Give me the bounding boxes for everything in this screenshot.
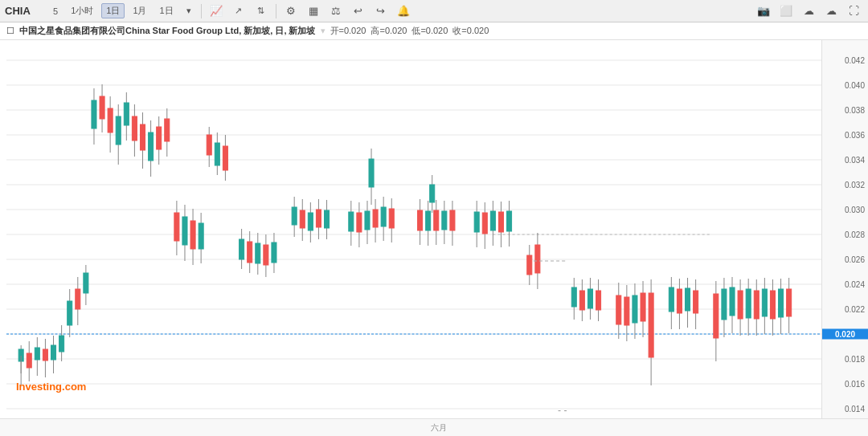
svg-rect-144 <box>633 295 637 323</box>
divider-2 <box>276 4 276 18</box>
svg-rect-77 <box>264 245 268 265</box>
alert-icon[interactable]: 🔔 <box>394 2 413 20</box>
svg-rect-79 <box>272 242 276 263</box>
grid-icon[interactable]: ▦ <box>304 2 323 20</box>
settings-icon[interactable]: ⚙ <box>281 2 301 20</box>
svg-rect-123 <box>498 212 503 232</box>
svg-rect-97 <box>373 210 378 227</box>
redo-icon[interactable]: ↪ <box>371 2 391 20</box>
svg-rect-105 <box>418 210 423 230</box>
svg-rect-164 <box>738 291 743 319</box>
svg-rect-75 <box>256 243 260 263</box>
svg-rect-29 <box>59 336 64 352</box>
svg-rect-140 <box>616 295 621 324</box>
svg-rect-61 <box>190 221 195 249</box>
chart-svg: - - <box>6 40 821 418</box>
price-0036: 0.036 <box>822 131 868 140</box>
cloud-save-icon[interactable]: ☁ <box>799 2 818 20</box>
fullscreen-icon[interactable]: ⛶ <box>844 2 863 20</box>
svg-rect-156 <box>694 291 698 313</box>
svg-rect-117 <box>474 212 479 232</box>
svg-rect-115 <box>430 185 435 202</box>
svg-rect-63 <box>199 223 203 249</box>
candle-type-icon[interactable]: 📈 <box>207 2 226 20</box>
svg-rect-162 <box>730 287 735 316</box>
svg-rect-129 <box>535 245 540 273</box>
svg-rect-39 <box>100 96 104 119</box>
chart-area[interactable]: Investing.com <box>6 40 821 418</box>
svg-rect-132 <box>571 287 576 307</box>
svg-rect-65 <box>207 135 211 155</box>
svg-rect-99 <box>381 207 386 226</box>
flag-icon: ☐ <box>6 26 14 36</box>
svg-rect-21 <box>27 353 31 368</box>
indicator-icon[interactable]: ⇅ <box>252 2 271 20</box>
price-0032: 0.032 <box>822 181 868 189</box>
qty-button[interactable]: 5 <box>48 5 63 18</box>
compare-icon[interactable]: ↗ <box>229 2 248 20</box>
svg-rect-142 <box>624 297 629 325</box>
svg-rect-101 <box>389 209 394 228</box>
svg-rect-136 <box>588 289 592 308</box>
price-0022: 0.022 <box>822 305 868 314</box>
svg-rect-152 <box>677 289 682 313</box>
undo-icon[interactable]: ↩ <box>349 2 368 20</box>
svg-rect-121 <box>490 211 495 230</box>
price-0018: 0.018 <box>822 355 868 364</box>
svg-rect-85 <box>308 213 313 230</box>
svg-rect-87 <box>316 210 321 227</box>
svg-rect-125 <box>507 211 512 231</box>
screenshot-icon[interactable]: 📷 <box>754 2 773 20</box>
svg-rect-25 <box>43 349 47 361</box>
close-label: 收=0.020 <box>452 25 489 37</box>
price-0028: 0.028 <box>822 230 868 239</box>
svg-rect-89 <box>325 210 330 228</box>
chart-container: Investing.com <box>0 40 868 418</box>
svg-rect-148 <box>649 293 653 357</box>
svg-rect-67 <box>215 143 219 165</box>
tf-1d2-button[interactable]: 1日 <box>155 3 178 18</box>
svg-rect-59 <box>182 217 187 245</box>
svg-rect-176 <box>787 289 792 316</box>
tf-1h-button[interactable]: 1小时 <box>66 3 98 18</box>
price-0030: 0.030 <box>822 206 868 214</box>
svg-rect-27 <box>51 345 55 360</box>
svg-rect-93 <box>357 213 362 232</box>
current-price-box: 0.020 <box>822 329 868 340</box>
tf-1m-button[interactable]: 1月 <box>128 3 151 18</box>
svg-rect-49 <box>140 124 145 150</box>
price-0034: 0.034 <box>822 156 868 165</box>
svg-rect-160 <box>722 289 727 320</box>
x-label-june: 六月 <box>431 422 447 434</box>
svg-rect-111 <box>442 211 447 230</box>
svg-rect-69 <box>223 146 227 170</box>
svg-rect-103 <box>369 159 374 187</box>
svg-rect-127 <box>527 255 532 275</box>
svg-rect-35 <box>84 273 88 293</box>
svg-rect-172 <box>770 291 775 319</box>
price-0024: 0.024 <box>822 280 868 289</box>
svg-rect-43 <box>116 116 121 145</box>
info-bar: ☐ 中国之星食品集团有限公司China Star Food Group Ltd,… <box>0 22 868 40</box>
ohlc-separator: ▾ <box>321 26 326 36</box>
price-0016: 0.016 <box>822 380 868 389</box>
stock-name: 中国之星食品集团有限公司China Star Food Group Ltd, 新… <box>19 25 316 37</box>
balance-icon[interactable]: ⚖ <box>326 2 346 20</box>
svg-rect-31 <box>68 301 72 325</box>
price-0042: 0.042 <box>822 56 868 65</box>
cloud-load-icon[interactable]: ☁ <box>821 2 841 20</box>
svg-rect-47 <box>132 116 137 141</box>
y-axis-left <box>0 40 6 418</box>
tf-arrow-button[interactable]: ▾ <box>182 4 196 18</box>
price-0026: 0.026 <box>822 255 868 264</box>
svg-rect-33 <box>76 289 80 309</box>
layout-icon[interactable]: ⬜ <box>776 2 796 20</box>
svg-rect-146 <box>641 293 645 321</box>
svg-rect-174 <box>779 289 784 317</box>
svg-rect-168 <box>754 291 759 319</box>
tf-1d-button[interactable]: 1日 <box>101 3 125 18</box>
svg-rect-138 <box>596 291 601 310</box>
svg-rect-53 <box>157 127 162 149</box>
toolbar: CHIA 5 1小时 1日 1月 1日 ▾ 📈 ↗ ⇅ ⚙ ▦ ⚖ ↩ ↪ 🔔 … <box>0 0 868 22</box>
open-label: 开=0.020 <box>330 25 366 37</box>
